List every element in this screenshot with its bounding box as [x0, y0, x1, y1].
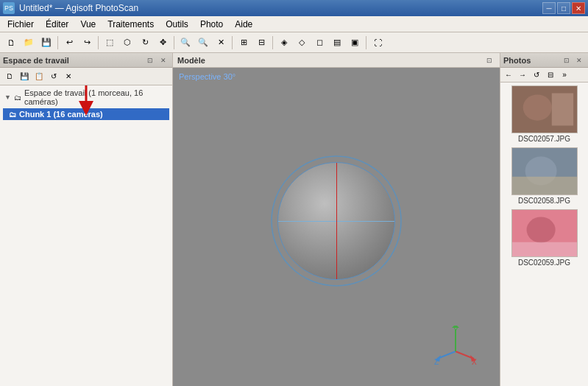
photos-close-btn[interactable]: ✕	[573, 55, 585, 66]
workspace-panel-header: Espace de travail ⊡ ✕	[0, 53, 172, 68]
workspace-root-expand[interactable]: ▼	[4, 94, 11, 101]
photo-thumb-2[interactable]	[511, 147, 578, 195]
svg-rect-17	[512, 242, 577, 257]
workspace-panel: Espace de travail ⊡ ✕ 🗋 💾 📋 ↺ ✕ ▼ 🗂 Espa…	[0, 53, 173, 386]
ws-delete-btn[interactable]: ✕	[62, 70, 75, 83]
toolbar-point[interactable]: ◈	[276, 35, 292, 51]
toolbar-lasso[interactable]: ⬡	[119, 35, 135, 51]
toolbar-zoom-in[interactable]: 🔍	[177, 35, 194, 51]
workspace-title: Espace de travail	[3, 56, 69, 65]
title-bar: PS Untitled* — Agisoft PhotoScan ─ □ ✕	[0, 0, 588, 16]
z-axis-label: Z	[434, 358, 439, 366]
svg-point-2	[272, 156, 401, 286]
title-text: Untitled* — Agisoft PhotoScan	[19, 3, 138, 13]
toolbar-rotate[interactable]: ↻	[137, 35, 153, 51]
toolbar-new[interactable]: 🗋	[3, 35, 19, 51]
photo-item-3[interactable]: DSC02059.JPG	[503, 209, 585, 267]
x-axis-label: X	[472, 358, 477, 366]
viewport-float-btn[interactable]: ⊡	[483, 55, 495, 66]
menu-traitements[interactable]: Traitements	[102, 18, 160, 31]
menu-bar: Fichier Éditer Vue Traitements Outils Ph…	[0, 16, 588, 32]
orbit-circle	[270, 155, 403, 287]
photo-label-1: DSC02057.JPG	[518, 135, 570, 143]
toolbar-move[interactable]: ✥	[155, 35, 171, 51]
chunk-icon: 🗂	[9, 110, 16, 119]
toolbar-sep-4	[232, 36, 233, 49]
model-panel: Modèle ⊡ Perspective 30°	[173, 53, 500, 386]
photo-thumb-3[interactable]	[511, 209, 578, 257]
toolbar-grid2[interactable]: ⊟	[253, 35, 269, 51]
toolbar-view2[interactable]: ▣	[347, 35, 363, 51]
photo-item-1[interactable]: DSC02057.JPG	[503, 85, 585, 143]
svg-point-16	[526, 217, 555, 243]
toolbar-sep-3	[174, 36, 174, 49]
photo-label-2: DSC02058.JPG	[518, 197, 570, 205]
axes-svg: Z X Y	[433, 326, 478, 366]
svg-rect-14	[512, 177, 577, 194]
viewport-header: Modèle ⊡	[173, 53, 500, 68]
photos-toolbar: ← → ↺ ⊟ »	[500, 68, 588, 83]
photos-filter-btn[interactable]: ⊟	[544, 69, 557, 82]
photos-forward-btn[interactable]: →	[516, 69, 529, 82]
toolbar-view1[interactable]: ▤	[329, 35, 345, 51]
perspective-label: Perspective 30°	[179, 72, 235, 81]
workspace-content: ▼ 🗂 Espace de travail (1 morceau, 16 cam…	[0, 85, 172, 386]
photos-panel-header: Photos ⊡ ✕	[500, 53, 588, 68]
svg-marker-1	[79, 101, 93, 116]
menu-aide[interactable]: Aide	[229, 18, 258, 31]
workspace-controls: ⊡ ✕	[144, 55, 169, 66]
axes-indicator: Z X Y	[433, 326, 478, 368]
ws-refresh-btn[interactable]: ↺	[47, 70, 60, 83]
viewport-area[interactable]: Perspective 30° Z	[173, 68, 500, 386]
toolbar-save[interactable]: 💾	[38, 35, 54, 51]
y-axis-label: Y	[453, 326, 458, 334]
ws-add-btn[interactable]: 🗋	[3, 70, 16, 83]
photos-float-btn[interactable]: ⊡	[561, 55, 573, 66]
toolbar-redo[interactable]: ↪	[79, 35, 95, 51]
toolbar-undo[interactable]: ↩	[61, 35, 77, 51]
photo-item-2[interactable]: DSC02058.JPG	[503, 147, 585, 205]
toolbar-surface[interactable]: ◇	[294, 35, 310, 51]
main-toolbar: 🗋 📁 💾 ↩ ↪ ⬚ ⬡ ↻ ✥ 🔍 🔍 ✕ ⊞ ⊟ ◈ ◇ ◻ ▤ ▣ ⛶	[0, 32, 588, 53]
window-controls: ─ □ ✕	[542, 2, 585, 14]
maximize-button[interactable]: □	[557, 2, 570, 14]
menu-editer[interactable]: Éditer	[40, 18, 74, 31]
close-button[interactable]: ✕	[572, 2, 585, 14]
ws-import-btn[interactable]: 📋	[32, 70, 46, 83]
photos-expand-btn[interactable]: »	[558, 69, 571, 82]
toolbar-wire[interactable]: ◻	[311, 35, 327, 51]
svg-point-10	[523, 94, 551, 120]
toolbar-open[interactable]: 📁	[21, 35, 37, 51]
photos-back-btn[interactable]: ←	[502, 69, 515, 82]
toolbar-sep-1	[57, 36, 58, 49]
minimize-button[interactable]: ─	[542, 2, 556, 14]
toolbar-zoom-out[interactable]: 🔍	[195, 35, 211, 51]
toolbar-sep-5	[272, 36, 273, 49]
menu-vue[interactable]: Vue	[74, 18, 102, 31]
photo-thumb-1[interactable]	[511, 85, 578, 133]
menu-photo[interactable]: Photo	[194, 18, 229, 31]
main-layout: Espace de travail ⊡ ✕ 🗋 💾 📋 ↺ ✕ ▼ 🗂 Espa…	[0, 53, 588, 386]
toolbar-delete[interactable]: ✕	[213, 35, 229, 51]
photo-label-3: DSC02059.JPG	[518, 259, 570, 267]
workspace-close-btn[interactable]: ✕	[157, 55, 169, 66]
menu-outils[interactable]: Outils	[160, 18, 194, 31]
photos-content: DSC02057.JPG DSC02058.JPG	[500, 83, 588, 386]
menu-fichier[interactable]: Fichier	[1, 18, 40, 31]
arrow-annotation	[71, 85, 101, 122]
toolbar-sep-2	[98, 36, 99, 49]
viewport-tab-model[interactable]: Modèle	[177, 56, 205, 65]
photos-title: Photos	[503, 56, 531, 65]
photos-refresh-btn[interactable]: ↺	[530, 69, 543, 82]
toolbar-sep-6	[366, 36, 366, 49]
workspace-float-btn[interactable]: ⊡	[144, 55, 156, 66]
toolbar-grid[interactable]: ⊞	[235, 35, 252, 51]
workspace-toolbar: 🗋 💾 📋 ↺ ✕	[0, 68, 172, 85]
svg-rect-11	[551, 94, 573, 126]
toolbar-nav[interactable]: ⛶	[369, 35, 386, 51]
toolbar-select[interactable]: ⬚	[102, 35, 118, 51]
ws-save-btn[interactable]: 💾	[18, 70, 31, 83]
workspace-root-icon: 🗂	[14, 94, 21, 102]
3d-sphere-container	[277, 162, 395, 280]
photos-panel: Photos ⊡ ✕ ← → ↺ ⊟ » DSC	[500, 53, 588, 386]
